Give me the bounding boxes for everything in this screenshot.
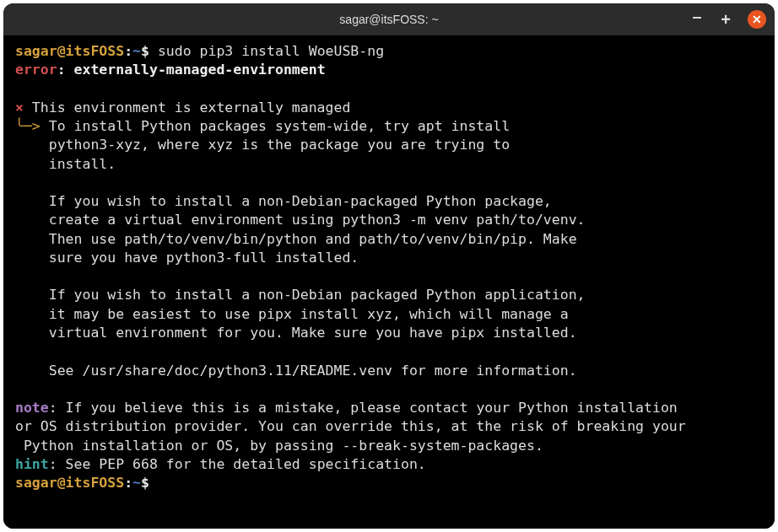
diag-p1l3: install. <box>15 156 116 172</box>
prompt-sep: : <box>124 43 132 59</box>
window-controls: – + ✕ <box>690 10 766 29</box>
close-button[interactable]: ✕ <box>748 10 766 29</box>
diag-cross: × <box>15 99 24 116</box>
diag-p3l3: virtual environment for you. Make sure y… <box>15 325 577 341</box>
window-title: sagar@itsFOSS: ~ <box>3 13 775 26</box>
diag-p2l1: If you wish to install a non-Debian-pack… <box>15 193 552 209</box>
error-label: error <box>15 62 57 78</box>
note-label: note <box>15 400 49 416</box>
maximize-button[interactable]: + <box>719 11 732 28</box>
error-sep: : <box>57 62 74 78</box>
diag-arrow: ╰─> <box>15 118 41 134</box>
diag-p1l2: python3-xyz, where xyz is the package yo… <box>15 137 510 153</box>
hint-text: : See PEP 668 for the detailed specifica… <box>49 456 426 472</box>
prompt-path: ~ <box>132 43 141 59</box>
prompt2-dollar: $ <box>141 475 149 491</box>
diag-p2l2: create a virtual environment using pytho… <box>15 212 586 228</box>
prompt2-sep: : <box>124 475 132 491</box>
diag-p2l3: Then use path/to/venv/bin/python and pat… <box>15 231 577 247</box>
terminal-window: sagar@itsFOSS: ~ – + ✕ sagar@itsFOSS:~$ … <box>3 3 775 529</box>
error-msg: externally-managed-environment <box>74 62 326 78</box>
diag-p4l1: See /usr/share/doc/python3.11/README.ven… <box>15 363 577 379</box>
diag-title: This environment is externally managed <box>24 99 350 116</box>
diag-p3l2: it may be easiest to use pipx install xy… <box>15 306 569 322</box>
prompt-dollar: $ <box>141 43 149 59</box>
diag-p2l4: sure you have python3-full installed. <box>15 250 359 266</box>
prompt-user-host: sagar@itsFOSS <box>15 43 124 59</box>
titlebar: sagar@itsFOSS: ~ – + ✕ <box>3 3 775 35</box>
terminal-output[interactable]: sagar@itsFOSS:~$ sudo pip3 install WoeUS… <box>3 35 775 529</box>
note-text1: : If you believe this is a mistake, plea… <box>49 400 678 416</box>
note-text2: or OS distribution provider. You can ove… <box>15 418 686 434</box>
prompt2-path: ~ <box>132 475 141 491</box>
diag-p1l1: To install Python packages system-wide, … <box>41 118 510 134</box>
cursor-space <box>149 475 158 491</box>
entered-command: sudo pip3 install WoeUSB-ng <box>158 43 384 59</box>
diag-p3l1: If you wish to install a non-Debian pack… <box>15 287 586 303</box>
note-text3: Python installation or OS, by passing --… <box>15 438 543 454</box>
minimize-button[interactable]: – <box>690 8 704 24</box>
hint-label: hint <box>15 456 49 472</box>
prompt2-user-host: sagar@itsFOSS <box>15 475 124 491</box>
